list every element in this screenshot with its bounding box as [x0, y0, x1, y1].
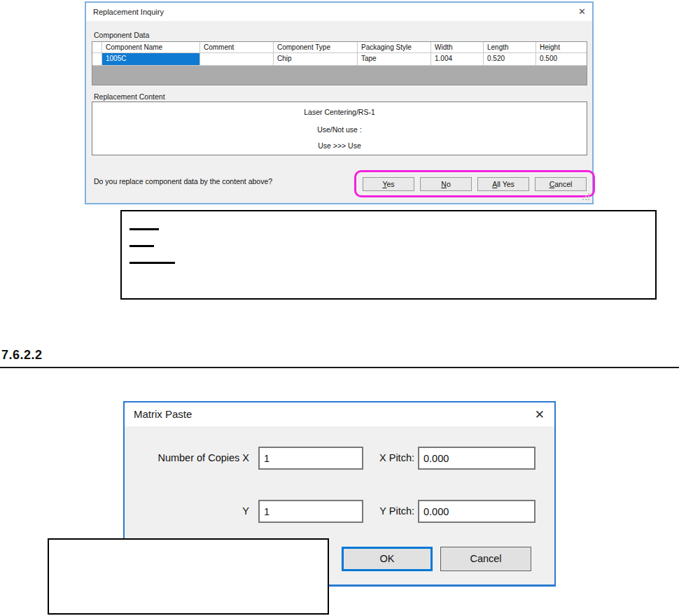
- replacement-content-label: Replacement Content: [94, 92, 165, 101]
- content-line: Use >>> Use: [92, 141, 587, 150]
- copies-y-label: Y: [125, 500, 249, 522]
- component-data-table: Component Name Comment Component Type Pa…: [92, 41, 587, 85]
- cancel-button[interactable]: Cancel: [535, 177, 587, 191]
- x-pitch-label: X Pitch:: [351, 447, 414, 469]
- table-row[interactable]: 1005C Chip Tape 1.004 0.520 0.500: [92, 53, 587, 66]
- cell-packaging-style[interactable]: Tape: [358, 53, 431, 66]
- y-pitch-input[interactable]: [418, 500, 536, 523]
- yes-button[interactable]: Yes: [363, 177, 414, 191]
- row-selector-cell[interactable]: [92, 53, 102, 66]
- replacement-content-box: Laser Centering/RS-1 Use/Not use : Use >…: [92, 102, 587, 155]
- callout-box: [48, 538, 329, 615]
- x-pitch-input[interactable]: [418, 447, 536, 470]
- section-rule: [0, 367, 679, 368]
- column-header-height: Height: [536, 42, 587, 53]
- cancel-button[interactable]: Cancel: [440, 547, 531, 571]
- replacement-inquiry-dialog: Replacement Inquiry ✕ Component Data Com…: [85, 1, 594, 204]
- cell-height[interactable]: 0.500: [536, 53, 587, 66]
- column-header-component-type: Component Type: [274, 42, 358, 53]
- column-header-length: Length: [484, 42, 536, 53]
- column-header-component-name: Component Name: [102, 42, 200, 53]
- cell-length[interactable]: 0.520: [484, 53, 536, 66]
- cell-component-type[interactable]: Chip: [274, 53, 358, 66]
- copies-x-label: Number of Copies X: [125, 447, 249, 469]
- column-header-packaging-style: Packaging Style: [358, 42, 431, 53]
- all-yes-button[interactable]: All Yes: [477, 177, 529, 191]
- close-icon[interactable]: ✕: [578, 6, 586, 17]
- column-header-width: Width: [431, 42, 484, 53]
- column-header-selector: [92, 42, 102, 53]
- cell-comment[interactable]: [200, 53, 274, 66]
- close-icon[interactable]: ✕: [535, 407, 545, 422]
- copies-x-input[interactable]: [258, 447, 363, 470]
- magenta-highlight-annotation: Yes No All Yes Cancel: [354, 170, 595, 197]
- replace-question-text: Do you replace component data by the con…: [94, 177, 272, 186]
- ok-button[interactable]: OK: [342, 547, 433, 571]
- content-line: Use/Not use :: [92, 125, 587, 134]
- manual-page: Replacement Inquiry ✕ Component Data Com…: [0, 0, 679, 616]
- title-bar[interactable]: Replacement Inquiry ✕: [86, 3, 592, 21]
- no-button[interactable]: No: [420, 177, 472, 191]
- column-header-comment: Comment: [200, 42, 274, 53]
- underline-mark: [130, 245, 154, 247]
- callout-box: [120, 210, 657, 300]
- cell-component-name[interactable]: 1005C: [102, 53, 200, 66]
- copies-y-input[interactable]: [258, 500, 363, 523]
- cell-width[interactable]: 1.004: [431, 53, 484, 66]
- table-header-row: Component Name Comment Component Type Pa…: [92, 42, 587, 53]
- resize-grip[interactable]: [582, 193, 590, 201]
- content-line: Laser Centering/RS-1: [92, 108, 587, 116]
- component-data-label: Component Data: [94, 31, 149, 39]
- underline-mark: [130, 262, 175, 264]
- y-pitch-label: Y Pitch:: [351, 500, 414, 522]
- dialog-title: Matrix Paste: [134, 408, 192, 420]
- dialog-title: Replacement Inquiry: [93, 8, 164, 16]
- title-bar[interactable]: Matrix Paste ✕: [125, 402, 554, 426]
- section-heading: 7.6.2.2: [1, 348, 43, 363]
- underline-mark: [130, 228, 159, 230]
